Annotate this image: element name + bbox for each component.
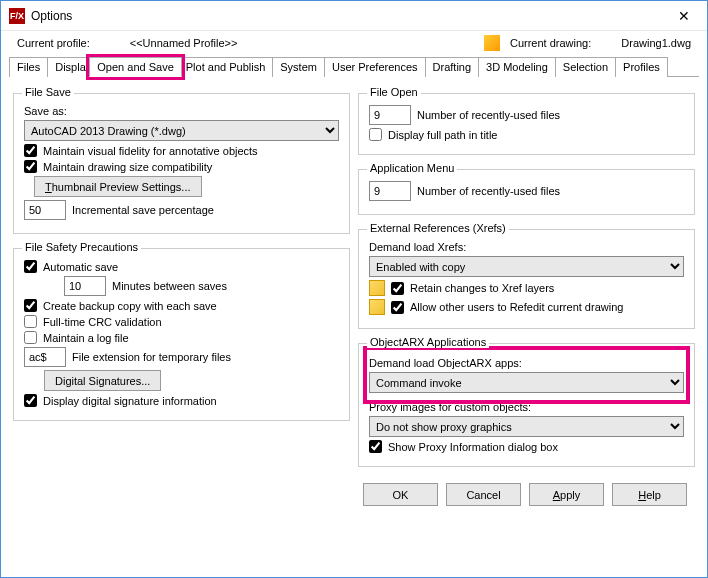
demand-arx-label: Demand load ObjectARX apps: [369,357,522,369]
maintain-size-label: Maintain drawing size compatibility [43,161,212,173]
backup-label: Create backup copy with each save [43,300,217,312]
tab-user-preferences[interactable]: User Preferences [324,57,426,77]
xref-icon [369,299,385,315]
profile-row: Current profile: <<Unnamed Profile>> Cur… [1,31,707,57]
file-save-group: File Save Save as: AutoCAD 2013 Drawing … [13,93,350,234]
file-open-group: File Open Number of recently-used files … [358,93,695,155]
file-open-recent-label: Number of recently-used files [417,109,560,121]
show-proxy-checkbox[interactable] [369,440,382,453]
demand-arx-select[interactable]: Command invoke [369,372,684,393]
save-as-label: Save as: [24,105,67,117]
app-icon: F/X [9,8,25,24]
titlebar: F/X Options ✕ [1,1,707,31]
tab-selection[interactable]: Selection [555,57,616,77]
apply-button[interactable]: Apply [529,483,604,506]
retain-xref-checkbox[interactable] [391,282,404,295]
xref-icon [369,280,385,296]
file-open-recent-input[interactable] [369,105,411,125]
left-column: File Save Save as: AutoCAD 2013 Drawing … [13,85,350,467]
demand-xrefs-select[interactable]: Enabled with copy [369,256,684,277]
tab-3d-modeling[interactable]: 3D Modeling [478,57,556,77]
content: File Save Save as: AutoCAD 2013 Drawing … [1,77,707,475]
proxy-images-label: Proxy images for custom objects: [369,401,531,413]
allow-refedit-label: Allow other users to Refedit current dra… [410,301,623,313]
file-safety-group: File Safety Precautions Automatic save M… [13,248,350,421]
app-menu-recent-label: Number of recently-used files [417,185,560,197]
log-checkbox[interactable] [24,331,37,344]
maintain-visual-checkbox[interactable] [24,144,37,157]
right-column: File Open Number of recently-used files … [358,85,695,467]
file-save-title: File Save [22,86,74,98]
window-title: Options [31,9,669,23]
allow-refedit-checkbox[interactable] [391,301,404,314]
tab-plot-publish[interactable]: Plot and Publish [173,57,274,77]
drawing-icon [484,35,500,51]
objectarx-title: ObjectARX Applications [367,336,489,348]
dialog-buttons: OK Cancel Apply Help [1,475,707,518]
tab-drafting[interactable]: Drafting [425,57,480,77]
temp-ext-label: File extension for temporary files [72,351,231,363]
display-sig-checkbox[interactable] [24,394,37,407]
maintain-size-checkbox[interactable] [24,160,37,173]
temp-ext-input[interactable] [24,347,66,367]
auto-save-checkbox[interactable] [24,260,37,273]
app-menu-group: Application Menu Number of recently-used… [358,169,695,215]
current-drawing-value: Drawing1.dwg [621,37,691,49]
display-sig-label: Display digital signature information [43,395,217,407]
xrefs-group: External References (Xrefs) Demand load … [358,229,695,329]
proxy-images-select[interactable]: Do not show proxy graphics [369,416,684,437]
retain-xref-label: Retain changes to Xref layers [410,282,554,294]
app-menu-title: Application Menu [367,162,457,174]
help-button[interactable]: Help [612,483,687,506]
tab-open-and-save[interactable]: Open and Save [89,57,181,77]
incremental-save-input[interactable] [24,200,66,220]
backup-checkbox[interactable] [24,299,37,312]
objectarx-highlight: Demand load ObjectARX apps: Command invo… [369,352,684,398]
incremental-save-label: Incremental save percentage [72,204,214,216]
options-dialog: F/X Options ✕ Current profile: <<Unnamed… [0,0,708,578]
thumbnail-preview-button[interactable]: Thumbnail Preview Settings... [34,176,202,197]
tab-system[interactable]: System [272,57,325,77]
save-as-select[interactable]: AutoCAD 2013 Drawing (*.dwg) [24,120,339,141]
minutes-input[interactable] [64,276,106,296]
tab-files[interactable]: Files [9,57,48,77]
crc-label: Full-time CRC validation [43,316,162,328]
tab-profiles[interactable]: Profiles [615,57,668,77]
digital-signatures-button[interactable]: Digital Signatures... [44,370,161,391]
log-label: Maintain a log file [43,332,129,344]
current-profile-value: <<Unnamed Profile>> [130,37,238,49]
minutes-label: Minutes between saves [112,280,227,292]
ok-button[interactable]: OK [363,483,438,506]
file-safety-title: File Safety Precautions [22,241,141,253]
demand-xrefs-label: Demand load Xrefs: [369,241,466,253]
tabs: Files Display Open and Save Plot and Pub… [9,57,699,77]
file-open-title: File Open [367,86,421,98]
show-proxy-label: Show Proxy Information dialog box [388,441,558,453]
xrefs-title: External References (Xrefs) [367,222,509,234]
maintain-visual-label: Maintain visual fidelity for annotative … [43,145,258,157]
app-menu-recent-input[interactable] [369,181,411,201]
current-drawing-label: Current drawing: [510,37,591,49]
auto-save-label: Automatic save [43,261,118,273]
close-button[interactable]: ✕ [669,1,699,31]
crc-checkbox[interactable] [24,315,37,328]
full-path-checkbox[interactable] [369,128,382,141]
full-path-label: Display full path in title [388,129,497,141]
current-profile-label: Current profile: [17,37,90,49]
objectarx-group: ObjectARX Applications Demand load Objec… [358,343,695,467]
cancel-button[interactable]: Cancel [446,483,521,506]
